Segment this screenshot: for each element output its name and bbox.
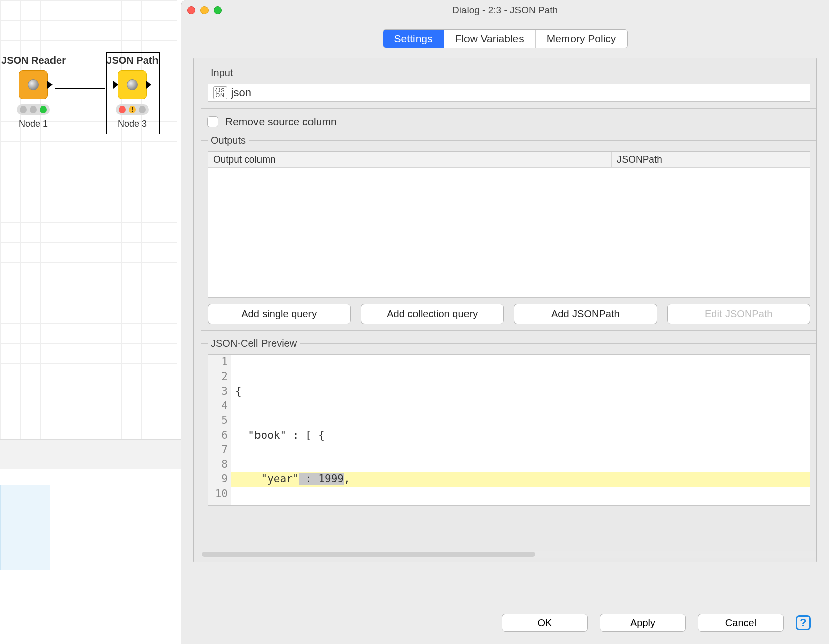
code-area[interactable]: { "book" : [ { "year" : 1999, "title" : … (231, 355, 810, 505)
json-type-icon: {JS ON (213, 86, 227, 99)
preview-legend: JSON-Cell Preview (208, 338, 300, 349)
led-red (20, 106, 27, 113)
col-jsonpath[interactable]: JSONPath (612, 152, 810, 167)
code-line: "book" : [ { (231, 428, 810, 443)
node-glyph-icon (127, 79, 138, 90)
outputs-table-header: Output column JSONPath (208, 152, 810, 168)
node-caption: Node 3 (97, 119, 168, 129)
panel-divider (0, 439, 187, 469)
col-output-column[interactable]: Output column (208, 152, 612, 167)
node-glyph-icon (28, 79, 39, 90)
led-red (119, 106, 126, 113)
dialog-content: Input {JS ON json Remove source column O… (193, 58, 817, 562)
titlebar[interactable]: Dialog - 2:3 - JSON Path (181, 0, 829, 20)
led-yellow-off (30, 106, 37, 113)
led-yellow-warning (129, 106, 136, 113)
dialog-window: Dialog - 2:3 - JSON Path Settings Flow V… (181, 0, 829, 644)
checkbox-icon[interactable] (207, 116, 218, 127)
tab-segment: Settings Flow Variables Memory Policy (383, 29, 628, 48)
node-caption: Node 1 (0, 119, 69, 129)
node-title: JSON Reader (0, 55, 69, 66)
cancel-button[interactable]: Cancel (698, 614, 784, 632)
outputs-table[interactable]: Output column JSONPath (208, 151, 810, 298)
led-green-off (139, 106, 146, 113)
code-selection: : 1999 (299, 473, 344, 485)
dialog-footer: OK Apply Cancel ? (181, 614, 829, 632)
tab-settings[interactable]: Settings (383, 30, 444, 48)
outputs-group: Outputs Output column JSONPath Add singl… (201, 135, 816, 331)
led-green (40, 106, 47, 113)
workflow-canvas[interactable]: JSON Reader Node 1 JSON Path Node 3 (0, 0, 177, 439)
input-legend: Input (208, 67, 236, 79)
node-json-path[interactable]: JSON Path Node 3 (97, 55, 168, 129)
code-line: { (231, 384, 810, 399)
node-title: JSON Path (97, 55, 168, 66)
node-json-reader[interactable]: JSON Reader Node 1 (0, 55, 69, 129)
remove-source-label: Remove source column (225, 116, 337, 128)
ok-button[interactable]: OK (502, 614, 588, 632)
node-status-lights (17, 104, 50, 115)
input-group: Input {JS ON json (201, 67, 816, 109)
tab-flow-variables[interactable]: Flow Variables (444, 30, 536, 48)
side-panel-placeholder (0, 485, 50, 570)
preview-group: JSON-Cell Preview 1 2 3 4 5 6 7 8 9 10 {… (201, 338, 816, 506)
edit-jsonpath-button: Edit JSONPath (667, 304, 811, 324)
add-single-query-button[interactable]: Add single query (208, 304, 351, 324)
node-status-lights (116, 104, 149, 115)
tab-bar: Settings Flow Variables Memory Policy (181, 20, 829, 58)
scrollbar-thumb[interactable] (202, 552, 535, 557)
input-column-name: json (231, 86, 251, 99)
window-title: Dialog - 2:3 - JSON Path (181, 5, 829, 16)
help-icon[interactable]: ? (796, 615, 811, 630)
node-input-port[interactable] (113, 81, 118, 89)
json-preview[interactable]: 1 2 3 4 5 6 7 8 9 10 { "book" : [ { "yea… (208, 354, 810, 506)
code-line-highlighted: "year" : 1999, (231, 472, 810, 487)
input-column-selector[interactable]: {JS ON json (208, 84, 810, 102)
node-body[interactable] (118, 70, 147, 99)
add-collection-query-button[interactable]: Add collection query (361, 304, 504, 324)
outputs-legend: Outputs (208, 135, 249, 146)
horizontal-scrollbar[interactable] (201, 551, 816, 558)
add-jsonpath-button[interactable]: Add JSONPath (514, 304, 657, 324)
apply-button[interactable]: Apply (600, 614, 686, 632)
node-output-port[interactable] (146, 81, 151, 89)
remove-source-checkbox-row[interactable]: Remove source column (207, 116, 816, 128)
outputs-button-row: Add single query Add collection query Ad… (208, 304, 810, 324)
node-output-port[interactable] (47, 81, 53, 89)
tab-memory-policy[interactable]: Memory Policy (536, 30, 628, 48)
node-body[interactable] (19, 70, 48, 99)
line-number-gutter: 1 2 3 4 5 6 7 8 9 10 (208, 355, 231, 505)
